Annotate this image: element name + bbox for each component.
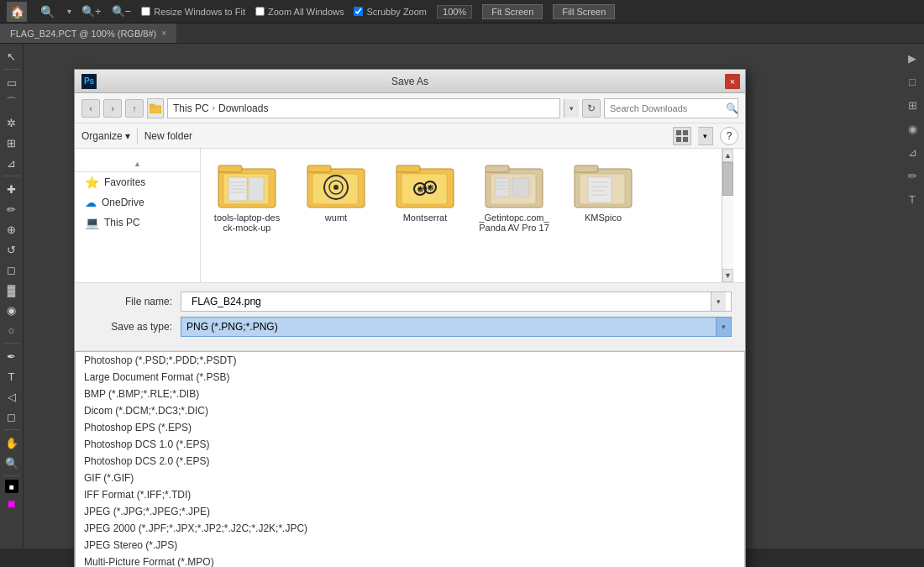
hand-tool[interactable]: ✋ bbox=[3, 433, 21, 452]
scrollbar-up[interactable]: ▲ bbox=[722, 149, 733, 162]
zoom-tool[interactable]: 🔍 bbox=[3, 454, 21, 472]
tab-close-button[interactable]: × bbox=[161, 29, 166, 38]
tool-separator-2 bbox=[3, 176, 20, 176]
brush-tool[interactable]: ✏ bbox=[3, 200, 21, 218]
savetype-row: Save as type: PNG (*.PNG;*.PNG) ▾ bbox=[88, 317, 732, 337]
right-tool-2[interactable]: □ bbox=[901, 71, 923, 92]
breadcrumb-thispc: This PC bbox=[173, 102, 209, 114]
dialog-close-button[interactable]: × bbox=[725, 74, 740, 89]
right-tool-1[interactable]: ▶ bbox=[901, 47, 923, 69]
right-tool-3[interactable]: ⊞ bbox=[901, 94, 923, 116]
format-option-gif[interactable]: GIF (*.GIF) bbox=[76, 470, 744, 486]
right-tool-6[interactable]: ✏ bbox=[901, 165, 923, 186]
breadcrumb-dropdown[interactable]: ▾ bbox=[564, 99, 579, 118]
tool-separator-4 bbox=[3, 429, 20, 430]
tab-label: FLAG_B24.PCT @ 100% (RGB/8#) bbox=[10, 29, 156, 39]
format-option-jpeg2000[interactable]: JPEG 2000 (*.JPF;*.JPX;*.JP2;*.J2C;*.J2K… bbox=[76, 520, 744, 537]
format-option-jpeg[interactable]: JPEG (*.JPG;*.JPEG;*.JPE) bbox=[76, 503, 744, 520]
resize-windows-checkbox[interactable]: Resize Windows to Fit bbox=[141, 7, 245, 17]
scrubby-zoom-checkbox[interactable]: Scrubby Zoom bbox=[354, 7, 427, 17]
right-tool-7[interactable]: T bbox=[901, 188, 923, 210]
zoom-out-icon[interactable]: 🔍− bbox=[112, 5, 132, 18]
format-option-jpegstereo[interactable]: JPEG Stereo (*.JPS) bbox=[76, 537, 744, 554]
file-item-1[interactable]: wumt bbox=[298, 157, 374, 223]
sidebar-item-onedrive-label: OneDrive bbox=[102, 197, 144, 208]
format-option-iff[interactable]: IFF Format (*.IFF;*.TDI) bbox=[76, 486, 744, 503]
content-area: Ps Save As × ‹ › ↑ This PC › Downloads ▾… bbox=[24, 44, 924, 567]
sidebar-item-thispc[interactable]: 💻 This PC bbox=[75, 213, 200, 233]
organize-button[interactable]: Organize ▾ bbox=[81, 130, 130, 142]
right-tool-5[interactable]: ⊿ bbox=[901, 141, 923, 163]
foreground-color[interactable]: ■ bbox=[5, 480, 18, 493]
view-button[interactable] bbox=[673, 127, 691, 145]
format-option-eps[interactable]: Photoshop EPS (*.EPS) bbox=[76, 419, 744, 436]
background-color[interactable]: ■ bbox=[3, 495, 21, 513]
savetype-value: PNG (*.PNG;*.PNG) bbox=[186, 321, 278, 333]
zoom-in-icon[interactable]: 🔍+ bbox=[81, 5, 102, 18]
path-tool[interactable]: ◁ bbox=[3, 387, 21, 406]
format-option-dcs1[interactable]: Photoshop DCS 1.0 (*.EPS) bbox=[76, 436, 744, 453]
file-item-2[interactable]: ⚙ ⚙ Montserrat bbox=[387, 157, 463, 223]
scrollbar-down[interactable]: ▼ bbox=[722, 269, 733, 282]
format-option-mpo[interactable]: Multi-Picture Format (*.MPO) bbox=[76, 554, 744, 567]
crop-tool[interactable]: ⊞ bbox=[3, 134, 21, 152]
pen-tool[interactable]: ✒ bbox=[3, 347, 21, 365]
file-item-4[interactable]: KMSpico bbox=[565, 157, 641, 223]
eyedropper-tool[interactable]: ⊿ bbox=[3, 154, 21, 172]
sidebar-item-onedrive[interactable]: ☁ OneDrive bbox=[75, 192, 200, 213]
filename-input[interactable] bbox=[186, 296, 711, 307]
help-button[interactable]: ? bbox=[720, 127, 738, 145]
new-folder-button[interactable]: New folder bbox=[144, 130, 192, 142]
refresh-button[interactable]: ↻ bbox=[582, 99, 601, 118]
savetype-dropdown-arrow[interactable]: ▾ bbox=[716, 318, 731, 336]
eraser-tool[interactable]: ◻ bbox=[3, 260, 21, 279]
zoom-all-checkbox[interactable]: Zoom All Windows bbox=[255, 7, 344, 17]
shape-tool[interactable]: ◻ bbox=[3, 407, 21, 426]
nav-back-button[interactable]: ‹ bbox=[81, 99, 100, 118]
sidebar-item-thispc-label: This PC bbox=[104, 217, 140, 228]
format-dropdown-list: Photoshop (*.PSD;*.PDD;*.PSDT) Large Doc… bbox=[75, 351, 745, 567]
dodge-tool[interactable]: ○ bbox=[3, 321, 21, 339]
toolbar-arrow[interactable]: ▾ bbox=[67, 7, 71, 16]
svg-rect-22 bbox=[396, 165, 420, 172]
format-option-bmp[interactable]: BMP (*.BMP;*.RLE;*.DIB) bbox=[76, 386, 744, 402]
history-brush[interactable]: ↺ bbox=[3, 240, 21, 259]
dialog-title: Save As bbox=[391, 76, 428, 87]
text-tool[interactable]: T bbox=[3, 367, 21, 386]
file-item-3[interactable]: _Getintopc.com_Panda AV Pro 17 bbox=[476, 157, 552, 233]
svg-rect-10 bbox=[249, 177, 264, 201]
document-tab[interactable]: FLAG_B24.PCT @ 100% (RGB/8#) × bbox=[0, 24, 177, 43]
right-tool-4[interactable]: ◉ bbox=[901, 118, 923, 139]
breadcrumb[interactable]: This PC › Downloads bbox=[167, 98, 560, 118]
scrollbar-thumb[interactable] bbox=[722, 162, 733, 196]
search-icon[interactable]: 🔍 bbox=[37, 2, 57, 22]
heal-tool[interactable]: ✚ bbox=[3, 180, 21, 198]
lasso-tool[interactable]: ⌒ bbox=[3, 93, 21, 112]
home-icon[interactable]: 🏠 bbox=[7, 2, 27, 22]
fit-screen-button[interactable]: Fit Screen bbox=[482, 4, 543, 19]
blur-tool[interactable]: ◉ bbox=[3, 301, 21, 319]
format-option-dcm[interactable]: Dicom (*.DCM;*.DC3;*.DIC) bbox=[76, 402, 744, 419]
move-tool[interactable]: ↖ bbox=[3, 47, 21, 66]
file-item-0[interactable]: tools-laptop-desck-mock-up bbox=[209, 157, 285, 233]
format-option-psd[interactable]: Photoshop (*.PSD;*.PDD;*.PSDT) bbox=[76, 352, 744, 369]
gradient-tool[interactable]: ▓ bbox=[3, 281, 21, 299]
nav-forward-button[interactable]: › bbox=[103, 99, 122, 118]
nav-up-button[interactable]: ↑ bbox=[125, 99, 144, 118]
clone-tool[interactable]: ⊕ bbox=[3, 220, 21, 239]
svg-rect-39 bbox=[575, 165, 598, 172]
format-option-dcs2[interactable]: Photoshop DCS 2.0 (*.EPS) bbox=[76, 453, 744, 470]
quick-select-tool[interactable]: ✲ bbox=[3, 113, 21, 132]
sidebar-item-favorites[interactable]: ⭐ Favorites bbox=[75, 172, 200, 192]
marquee-tool[interactable]: ▭ bbox=[3, 73, 21, 92]
zoom-percent[interactable]: 100% bbox=[437, 5, 472, 18]
fill-screen-button[interactable]: Fill Screen bbox=[553, 4, 615, 19]
sidebar-scroll-up[interactable]: ▲ bbox=[75, 155, 200, 172]
view-dropdown[interactable]: ▾ bbox=[698, 127, 713, 145]
savetype-select[interactable]: PNG (*.PNG;*.PNG) ▾ bbox=[181, 317, 732, 337]
tools-panel: ↖ ▭ ⌒ ✲ ⊞ ⊿ ✚ ✏ ⊕ ↺ ◻ ▓ ◉ ○ ✒ T ◁ ◻ ✋ 🔍 … bbox=[0, 44, 24, 567]
format-option-psb[interactable]: Large Document Format (*.PSB) bbox=[76, 369, 744, 386]
search-input[interactable] bbox=[610, 103, 726, 113]
filename-label: File name: bbox=[88, 296, 181, 307]
filename-dropdown[interactable]: ▾ bbox=[711, 292, 726, 311]
